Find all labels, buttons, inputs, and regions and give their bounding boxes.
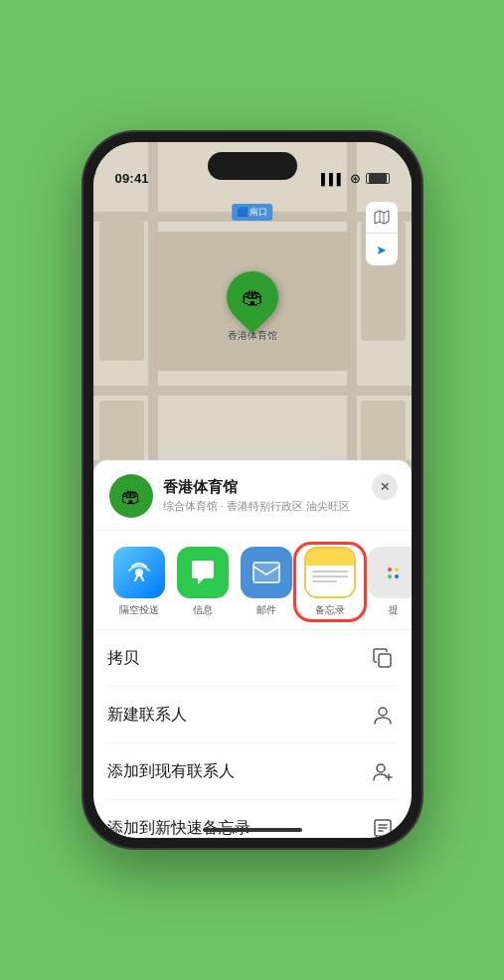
close-button[interactable]: ✕ (372, 474, 398, 500)
dot-red (388, 568, 392, 572)
map-entrance-label: 🟦 南口 (232, 204, 273, 221)
map-type-button[interactable] (366, 202, 398, 234)
stadium-pin: 🏟 香港体育馆 (227, 271, 278, 343)
dot-blue (395, 574, 399, 578)
action-new-contact[interactable]: 新建联系人 (107, 687, 398, 743)
action-list: 拷贝 新建联系人 (93, 630, 412, 838)
map-controls[interactable]: ➤ (366, 202, 398, 265)
bottom-sheet: 🏟 香港体育馆 综合体育馆 · 香港特别行政区 油尖旺区 ✕ (93, 460, 412, 838)
share-airdrop[interactable]: 隔空投送 (107, 547, 171, 617)
svg-point-5 (377, 764, 385, 772)
action-add-existing-label: 添加到现有联系人 (107, 761, 235, 782)
add-contact-icon (368, 756, 398, 786)
airdrop-icon (113, 547, 165, 598)
location-button[interactable]: ➤ (366, 234, 398, 265)
action-new-contact-label: 新建联系人 (107, 705, 187, 726)
battery-icon (366, 173, 390, 184)
phone-frame: 09:41 ▌▌▌ ⊛ (84, 132, 421, 848)
share-messages[interactable]: 信息 (171, 547, 235, 617)
phone-screen: 09:41 ▌▌▌ ⊛ (93, 142, 412, 838)
venue-icon: 🏟 (109, 474, 153, 518)
status-time: 09:41 (115, 171, 149, 186)
quick-notes-icon (368, 813, 398, 838)
dot-yellow (395, 568, 399, 572)
notes-icon (304, 547, 356, 598)
more-icon (368, 547, 412, 598)
messages-label: 信息 (193, 603, 213, 617)
venue-info: 香港体育馆 综合体育馆 · 香港特别行政区 油尖旺区 (163, 478, 396, 514)
pin-circle: 🏟 (216, 260, 289, 334)
venue-subtitle: 综合体育馆 · 香港特别行政区 油尖旺区 (163, 499, 396, 514)
signal-icon: ▌▌▌ (321, 173, 344, 185)
more-label: 提 (389, 603, 399, 617)
messages-icon (177, 547, 229, 598)
airdrop-label: 隔空投送 (119, 603, 159, 617)
share-row: 隔空投送 信息 (93, 531, 412, 630)
share-more[interactable]: 提 (362, 547, 412, 617)
dynamic-island (208, 152, 297, 180)
action-copy[interactable]: 拷贝 (107, 630, 398, 687)
share-notes[interactable]: 备忘录 (298, 547, 362, 617)
action-add-existing[interactable]: 添加到现有联系人 (107, 743, 398, 800)
map-label-text: 🟦 南口 (237, 207, 268, 217)
venue-card: 🏟 香港体育馆 综合体育馆 · 香港特别行政区 油尖旺区 ✕ (93, 460, 412, 531)
mail-label: 邮件 (256, 603, 276, 617)
mail-icon (241, 547, 292, 598)
svg-rect-1 (253, 563, 279, 582)
copy-icon (368, 643, 398, 673)
wifi-icon: ⊛ (350, 171, 361, 186)
svg-point-4 (379, 708, 387, 716)
home-indicator (203, 828, 302, 832)
block-1 (99, 222, 144, 361)
notes-label: 备忘录 (315, 603, 345, 617)
share-mail[interactable]: 邮件 (235, 547, 298, 617)
action-copy-label: 拷贝 (107, 648, 139, 669)
road-h-2 (93, 386, 412, 396)
action-add-notes[interactable]: 添加到新快速备忘录 (107, 800, 398, 838)
new-contact-icon (368, 700, 398, 730)
dot-green (388, 574, 392, 578)
status-icons: ▌▌▌ ⊛ (321, 171, 389, 186)
svg-rect-3 (379, 654, 391, 667)
venue-name: 香港体育馆 (163, 478, 396, 497)
pin-inner-icon: 🏟 (242, 284, 263, 310)
